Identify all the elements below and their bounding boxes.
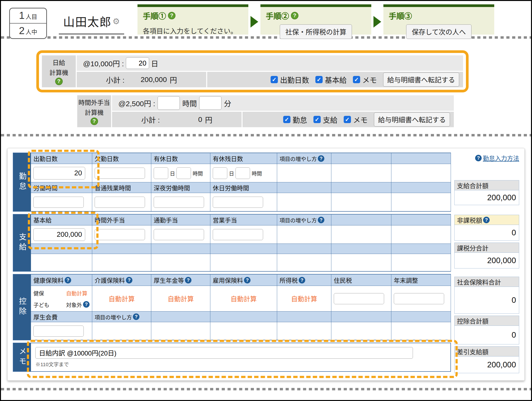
paid-leave-remaining-cell: 日時間 xyxy=(210,164,277,182)
header-base-salary: 基本給 xyxy=(31,215,92,225)
tax-free-block: 非課税額 0 xyxy=(454,215,519,241)
blank-header-cell xyxy=(31,244,92,254)
blank-cell xyxy=(331,164,391,182)
overtime-subtotal-label: 小計 : xyxy=(141,114,160,125)
paid-leave-days-input[interactable] xyxy=(154,167,168,179)
late-night-work-input[interactable] xyxy=(154,197,204,208)
blank-header-cell xyxy=(92,244,151,254)
overtime-minutes-input[interactable] xyxy=(199,96,221,110)
paid-leave-remaining-hours-input[interactable] xyxy=(236,167,250,179)
year-end-adjustment-input[interactable] xyxy=(394,293,444,304)
memo-char-limit-note: ※110文字まで xyxy=(35,360,446,368)
social-insurance-block: 社会保険料合計 0 xyxy=(454,277,519,314)
health-insurance-help-icon[interactable] xyxy=(65,277,71,283)
overtime-hours-input[interactable] xyxy=(158,96,180,110)
add-items-help-icon[interactable] xyxy=(318,217,324,223)
daily-calc-help-icon[interactable] xyxy=(55,78,63,85)
calc-insurance-tax-button[interactable]: 社保・所得税の計算 xyxy=(280,24,352,39)
header-work-hours: 労働時間 xyxy=(31,182,92,193)
header-employment-insurance: 雇用保険料 xyxy=(210,275,277,286)
work-hours-input[interactable] xyxy=(33,197,84,208)
header-late-night-work: 深夜労働時間 xyxy=(151,182,210,193)
overtime-hours-unit: 時間 xyxy=(182,98,197,108)
total-payment-block: 支給合計額 200,000 xyxy=(454,180,519,205)
blank-header-cell xyxy=(277,244,331,254)
paid-leave-hours-input[interactable] xyxy=(176,167,191,179)
checkbox-memo-label: メモ xyxy=(362,74,377,85)
header-add-items: 項目の増やし方 xyxy=(92,311,151,322)
person-current-number: 1 xyxy=(19,10,24,21)
commute-allowance-input[interactable] xyxy=(154,229,204,240)
daily-calc-label: 日給 計算機 xyxy=(42,55,76,87)
step1-help-icon[interactable] xyxy=(168,12,175,19)
blank-header-cell xyxy=(210,311,277,322)
daily-calc-label-line2: 計算機 xyxy=(49,68,68,77)
tax-free-label: 非課税額 xyxy=(457,215,482,224)
save-next-person-button[interactable]: 保存して次の人へ xyxy=(406,24,471,39)
total-payment-label: 支給合計額 xyxy=(455,180,519,190)
payroll-app-window: 1 人目 2 人中 山田太郎⚙ 手順① 各項目に入力をしてください。 xyxy=(0,0,532,401)
checkbox-payment[interactable]: 支給 xyxy=(313,114,337,125)
checkbox-memo[interactable]: メモ xyxy=(353,74,377,85)
absence-days-input[interactable] xyxy=(95,168,145,179)
overtime-transfer-button[interactable]: 給与明細書へ転記する xyxy=(374,112,450,126)
health-auto-calc: 自動計算 xyxy=(66,289,90,297)
checkbox-attendance[interactable]: 勤怠 xyxy=(283,114,307,125)
unit-hour: 時間 xyxy=(193,170,203,177)
step3-title: 手順③ xyxy=(389,10,412,21)
add-items-label: 項目の増やし方 xyxy=(280,155,317,162)
employment-insurance-help-icon[interactable] xyxy=(244,277,251,283)
checkbox-memo[interactable]: メモ xyxy=(344,114,368,125)
tax-free-help-icon[interactable] xyxy=(483,217,490,223)
attendance-help-link[interactable]: 勤怠入力方法 xyxy=(454,153,519,163)
blank-cell xyxy=(92,254,151,271)
work-days-input[interactable] xyxy=(33,167,85,179)
employee-name: 山田太郎 xyxy=(63,16,112,29)
sales-allowance-input[interactable] xyxy=(213,229,263,240)
unit-day: 日 xyxy=(229,170,234,177)
nursing-insurance-help-icon[interactable] xyxy=(126,277,132,283)
pension-help-icon[interactable] xyxy=(185,277,191,283)
overtime-allowance-input[interactable] xyxy=(95,229,145,240)
base-salary-input[interactable] xyxy=(33,228,85,241)
blank-header-cell xyxy=(210,244,277,254)
add-items-help-icon[interactable] xyxy=(318,155,324,162)
overtime-minutes-unit: 分 xyxy=(224,98,231,108)
holiday-work-input[interactable] xyxy=(213,197,263,208)
resident-tax-input[interactable] xyxy=(334,293,384,304)
header-commute-allowance: 通勤手当 xyxy=(151,215,210,225)
income-tax-help-icon[interactable] xyxy=(299,277,305,283)
checkbox-work-days[interactable]: 出勤日数 xyxy=(271,74,309,85)
blank-cell xyxy=(277,225,331,244)
overtime-calc-help-icon[interactable] xyxy=(91,118,98,125)
regular-overtime-input[interactable] xyxy=(95,197,145,208)
step2-title: 手順② xyxy=(266,10,289,21)
blank-cell xyxy=(391,254,451,271)
step2-help-icon[interactable] xyxy=(291,12,298,19)
daily-transfer-button[interactable]: 給与明細書へ転記する xyxy=(383,73,459,87)
header: 1 人目 2 人中 山田太郎⚙ 手順① 各項目に入力をしてください。 xyxy=(1,1,531,36)
checkbox-payment-label: 支給 xyxy=(323,114,337,125)
overtime-subtotal: 小計 : 0 円 xyxy=(112,112,242,127)
auto-calc-text: 自動計算 xyxy=(280,294,329,303)
person-current-unit: 人目 xyxy=(26,12,37,21)
step1-title: 手順① xyxy=(143,10,166,21)
pension-cell: 自動計算 xyxy=(151,286,210,311)
welfare-fee-input[interactable] xyxy=(33,326,84,337)
header-resident-tax: 住民税 xyxy=(331,275,391,286)
blank-cell xyxy=(92,322,151,340)
blank-cell xyxy=(277,193,331,211)
gear-icon[interactable]: ⚙ xyxy=(113,17,120,26)
blank-header-cell xyxy=(331,182,391,193)
memo-input[interactable] xyxy=(35,347,413,359)
blank-header-cell xyxy=(391,153,451,164)
paid-leave-remaining-days-input[interactable] xyxy=(213,167,227,179)
child-exempt-help-icon[interactable] xyxy=(83,301,90,308)
overtime-calculator: 時間外手当 計算機 @2,500円 : 時間 分 小計 : 0 円 xyxy=(77,95,531,127)
add-items-help-icon[interactable] xyxy=(133,313,139,320)
checkbox-base-salary[interactable]: 基本給 xyxy=(315,74,347,85)
header-add-items: 項目の増やし方 xyxy=(277,153,331,164)
daily-days-input[interactable] xyxy=(126,57,149,69)
daily-subtotal-value: 200,000 xyxy=(124,75,167,84)
person-total: 2 人中 xyxy=(10,24,46,38)
